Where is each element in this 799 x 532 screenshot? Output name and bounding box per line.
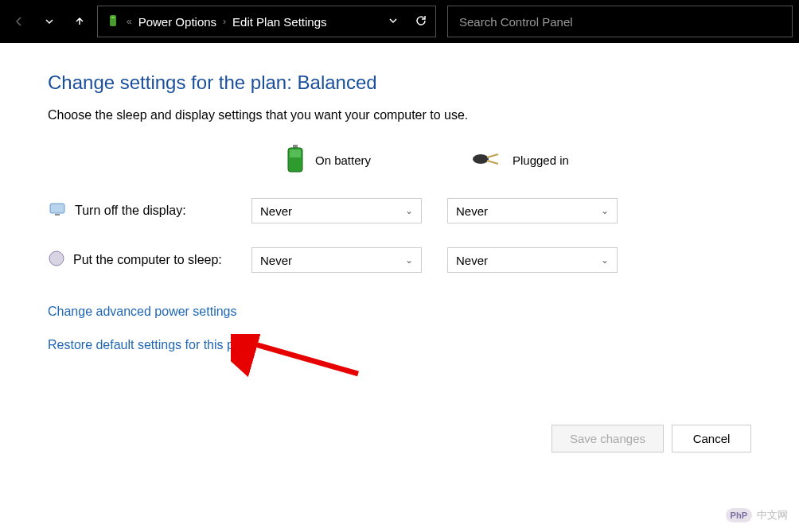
page-title: Change settings for the plan: Balanced: [48, 72, 767, 94]
content-area: Change settings for the plan: Balanced C…: [0, 43, 799, 352]
svg-rect-6: [50, 204, 64, 213]
sleep-row: Put the computer to sleep: Never ⌄ Never…: [48, 247, 767, 273]
search-box[interactable]: [447, 6, 793, 37]
page-subtitle: Choose the sleep and display settings th…: [48, 108, 767, 122]
sleep-label: Put the computer to sleep:: [73, 253, 222, 267]
svg-rect-2: [293, 145, 298, 148]
php-badge: PhP: [726, 508, 752, 522]
save-button[interactable]: Save changes: [552, 425, 664, 452]
address-dropdown-button[interactable]: [388, 15, 399, 29]
moon-icon: [48, 250, 65, 270]
search-input[interactable]: [459, 15, 781, 29]
svg-point-5: [473, 154, 489, 164]
svg-rect-4: [290, 150, 301, 157]
back-button[interactable]: [6, 9, 32, 34]
sleep-plugged-dropdown[interactable]: Never ⌄: [447, 247, 618, 273]
display-label: Turn off the display:: [75, 204, 186, 218]
display-plugged-dropdown[interactable]: Never ⌄: [447, 198, 618, 223]
chevron-down-icon: ⌄: [405, 254, 413, 266]
address-bar[interactable]: « Power Options › Edit Plan Settings: [97, 6, 436, 37]
chevron-right-icon: ›: [223, 16, 226, 27]
refresh-button[interactable]: [415, 14, 427, 29]
advanced-power-link[interactable]: Change advanced power settings: [48, 305, 767, 319]
battery-icon: [286, 145, 304, 176]
display-icon: [48, 200, 67, 222]
navigation-toolbar: « Power Options › Edit Plan Settings: [0, 0, 799, 43]
chevron-down-icon: ⌄: [601, 254, 609, 266]
breadcrumb-item[interactable]: Power Options: [138, 15, 216, 29]
svg-rect-1: [111, 17, 115, 18]
battery-column-header: On battery: [239, 145, 422, 176]
watermark: PhP 中文网: [726, 508, 788, 522]
display-battery-dropdown[interactable]: Never ⌄: [251, 198, 422, 223]
cancel-button[interactable]: Cancel: [672, 425, 751, 452]
chevron-down-icon: ⌄: [405, 205, 413, 216]
svg-rect-7: [55, 214, 60, 216]
button-bar: Save changes Cancel: [552, 425, 751, 452]
display-row: Turn off the display: Never ⌄ Never ⌄: [48, 198, 767, 223]
recent-locations-button[interactable]: [37, 9, 62, 34]
plug-icon: [470, 150, 501, 171]
column-headers: On battery Plugged in: [48, 145, 767, 176]
chevron-down-icon: ⌄: [601, 205, 609, 216]
sleep-battery-dropdown[interactable]: Never ⌄: [251, 247, 422, 273]
breadcrumb-item[interactable]: Edit Plan Settings: [232, 15, 326, 29]
breadcrumb-sep-icon: «: [127, 16, 132, 27]
svg-point-8: [49, 251, 64, 266]
restore-defaults-link[interactable]: Restore default settings for this plan: [48, 338, 767, 352]
control-panel-icon: [106, 14, 120, 30]
plugged-column-header: Plugged in: [422, 150, 605, 171]
up-button[interactable]: [67, 9, 92, 34]
